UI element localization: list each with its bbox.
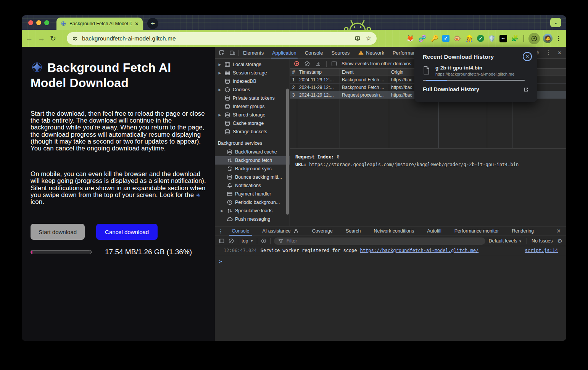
drawer-tab-coverage[interactable]: Coverage bbox=[306, 226, 339, 236]
close-window-button[interactable] bbox=[28, 20, 33, 25]
monkey-extension-icon[interactable]: 🐵 bbox=[453, 34, 462, 43]
sidebar-item-speculative-loads[interactable]: ▶ Speculative loads bbox=[215, 207, 290, 215]
drawer-tab-network-conditions[interactable]: Network conditions bbox=[367, 226, 421, 236]
url-text[interactable]: backgroundfetch-ai-model.glitch.me bbox=[82, 35, 350, 42]
save-events-icon[interactable] bbox=[315, 61, 321, 67]
browser-menu-kebab-icon[interactable]: ⋮ bbox=[556, 35, 562, 42]
live-expression-eye-icon[interactable] bbox=[261, 238, 267, 244]
bookmark-star-icon[interactable]: ☆ bbox=[366, 34, 372, 42]
drawer-tab-console[interactable]: Console bbox=[226, 226, 256, 236]
full-download-history-row[interactable]: Full Download History bbox=[423, 86, 532, 92]
console-prompt-chevron[interactable]: > bbox=[215, 255, 566, 264]
sidebar-item-background-sync[interactable]: Background sync bbox=[215, 165, 290, 173]
record-events-button[interactable] bbox=[294, 61, 299, 66]
browser-tab[interactable]: Background Fetch AI Model D ✕ bbox=[56, 18, 143, 30]
inspect-element-icon[interactable] bbox=[219, 50, 225, 56]
console-message-link[interactable]: https://backgroundfetch-ai-model.glitch.… bbox=[360, 248, 479, 253]
default-levels-dropdown[interactable]: Default levels ▼ bbox=[489, 238, 522, 244]
clear-console-icon[interactable] bbox=[228, 238, 234, 244]
tab-search-chevron-icon[interactable]: ⌄ bbox=[550, 18, 561, 27]
issues-counter[interactable]: No Issues bbox=[532, 238, 553, 244]
console-settings-gear-icon[interactable]: ⚙ bbox=[557, 238, 562, 244]
expand-caret-icon[interactable]: ▶ bbox=[220, 209, 224, 213]
start-download-button[interactable]: Start download bbox=[31, 224, 85, 240]
console-source-link[interactable]: script.js:14 bbox=[525, 248, 558, 253]
minimize-window-button[interactable] bbox=[36, 20, 41, 25]
sidebar-item-periodic-background-sync[interactable]: Periodic backgroun... bbox=[215, 198, 290, 207]
fox-extension-icon[interactable]: 🦊 bbox=[406, 34, 415, 43]
forward-icon[interactable]: → bbox=[38, 34, 45, 43]
expand-caret-icon[interactable]: ▶ bbox=[217, 63, 222, 66]
context-selector[interactable]: top▼ bbox=[242, 238, 253, 244]
col-number[interactable]: # bbox=[290, 69, 297, 76]
zoom-window-button[interactable] bbox=[44, 20, 49, 25]
clear-events-icon[interactable] bbox=[304, 61, 310, 67]
sidebar-item-storage-buckets[interactable]: Storage buckets bbox=[215, 128, 290, 136]
drawer-close-icon[interactable]: ✕ bbox=[556, 228, 566, 234]
profile-avatar[interactable]: 🧔 bbox=[543, 34, 553, 43]
show-events-checkbox[interactable] bbox=[332, 61, 337, 66]
shield-extension-icon[interactable]: 🛡️ bbox=[487, 34, 496, 43]
col-timestamp[interactable]: Timestamp bbox=[297, 69, 340, 76]
tab-application[interactable]: Application bbox=[268, 47, 301, 58]
filter-input[interactable] bbox=[287, 238, 482, 244]
console-sidebar-toggle-icon[interactable] bbox=[219, 238, 225, 244]
sidebar-item-notifications[interactable]: Notifications bbox=[215, 181, 290, 190]
sidebar-item-private-state-tokens[interactable]: Private state tokens bbox=[215, 94, 290, 102]
new-tab-button[interactable]: + bbox=[147, 18, 158, 29]
sidebar-item-cookies[interactable]: ▶ Cookies bbox=[215, 86, 290, 94]
builder-extension-icon[interactable]: 👷 bbox=[465, 34, 474, 43]
popup-close-icon[interactable]: ✕ bbox=[523, 52, 532, 61]
tab-console[interactable]: Console bbox=[301, 47, 327, 58]
back-icon[interactable]: ← bbox=[26, 34, 33, 43]
drawer-tab-rendering[interactable]: Rendering bbox=[505, 226, 540, 236]
drawer-tab-ai-assistance[interactable]: AI assistance bbox=[256, 226, 305, 236]
sidebar-scrollbar[interactable] bbox=[286, 89, 289, 215]
drawer-tab-performance-monitor[interactable]: Performance monitor bbox=[448, 226, 506, 236]
sidebar-item-shared-storage[interactable]: ▶ Shared storage bbox=[215, 111, 290, 119]
robot-extension-icon[interactable]: •• bbox=[499, 35, 507, 42]
devtools-kebab-icon[interactable]: ⋮ bbox=[546, 49, 551, 56]
col-event[interactable]: Event bbox=[340, 69, 389, 76]
console-filter[interactable] bbox=[274, 238, 485, 245]
key-extension-icon[interactable]: 🔑 bbox=[430, 34, 439, 43]
tab-sources[interactable]: Sources bbox=[327, 47, 354, 58]
tab-strip: Background Fetch AI Model D ✕ + ⌄ bbox=[22, 15, 566, 30]
sidebar-item-bounce-tracking[interactable]: Bounce tracking miti... bbox=[215, 173, 290, 181]
drawer-kebab-icon[interactable]: ⋮ bbox=[215, 228, 226, 234]
tab-close-icon[interactable]: ✕ bbox=[135, 21, 139, 27]
layers-extension-icon[interactable]: 🧬 bbox=[418, 34, 427, 43]
request-index-label: Request Index: bbox=[295, 154, 334, 160]
divider bbox=[257, 238, 257, 244]
reload-icon[interactable]: ↻ bbox=[50, 34, 56, 43]
console-timestamp: 12:06:47.024 bbox=[224, 248, 257, 253]
drawer-tab-search[interactable]: Search bbox=[339, 226, 367, 236]
drawer-tab-autofill[interactable]: Autofill bbox=[420, 226, 448, 236]
expand-caret-icon[interactable]: ▶ bbox=[217, 71, 222, 75]
sidebar-item-cache-storage[interactable]: Cache storage bbox=[215, 119, 290, 128]
sidebar-item-background-fetch[interactable]: Background fetch bbox=[215, 156, 290, 165]
tab-network[interactable]: Network bbox=[354, 47, 388, 58]
install-app-icon[interactable] bbox=[354, 36, 361, 42]
sidebar-item-indexeddb[interactable]: IndexedDB bbox=[215, 77, 290, 86]
sidebar-item-push-messaging[interactable]: Push messaging bbox=[215, 215, 290, 223]
download-item[interactable]: g-2b-it-gpu-int4.bin https://backgroundf… bbox=[423, 65, 532, 76]
sidebar-item-interest-groups[interactable]: Interest groups bbox=[215, 102, 290, 111]
url-bar[interactable]: backgroundfetch-ai-model.glitch.me ☆ bbox=[67, 32, 377, 45]
downloads-button[interactable] bbox=[528, 33, 540, 44]
devtools-close-icon[interactable]: ✕ bbox=[557, 50, 562, 56]
sidebar-item-back-forward-cache[interactable]: Back/forward cache bbox=[215, 148, 290, 156]
cancel-download-button[interactable]: Cancel download bbox=[96, 224, 158, 240]
device-toolbar-icon[interactable] bbox=[229, 50, 235, 56]
tab-elements[interactable]: Elements bbox=[239, 47, 268, 58]
verified-extension-icon[interactable]: ✓ bbox=[477, 35, 484, 42]
puzzle-extensions-menu-icon[interactable]: 🧩 bbox=[510, 34, 519, 43]
expand-caret-icon[interactable]: ▶ bbox=[217, 88, 222, 92]
sidebar-item-local-storage[interactable]: ▶ Local storage bbox=[215, 60, 290, 69]
expand-caret-icon[interactable]: ▶ bbox=[217, 113, 222, 117]
tune-icon[interactable] bbox=[72, 36, 78, 42]
download-progress-bar bbox=[31, 250, 92, 254]
sidebar-item-session-storage[interactable]: ▶ Session storage bbox=[215, 69, 290, 77]
check-extension-icon[interactable]: ✓ bbox=[442, 35, 449, 42]
sidebar-item-payment-handler[interactable]: Payment handler bbox=[215, 190, 290, 198]
